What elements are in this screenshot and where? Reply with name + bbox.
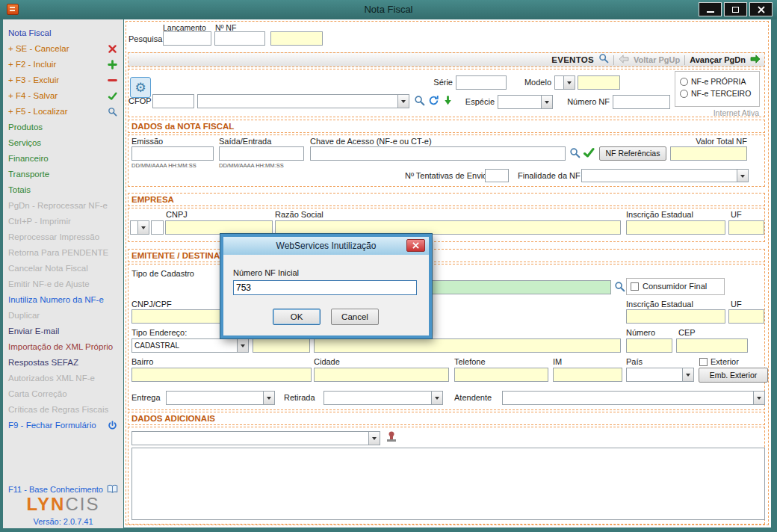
empresa-uf-label: UF — [731, 210, 742, 219]
im-input[interactable] — [553, 368, 622, 382]
sidebar-item-base-conhecimento[interactable]: F11 - Base Conhecimento — [8, 484, 103, 495]
sidebar-item-reprocessar-impressao[interactable]: Reprocessar Impressão — [8, 229, 120, 244]
chave-check-icon[interactable] — [583, 146, 595, 158]
cancel-button[interactable]: Cancel — [331, 309, 379, 325]
sidebar-item-transporte[interactable]: Transporte — [8, 167, 120, 182]
cep-input[interactable] — [676, 338, 748, 353]
sidebar-item-totais[interactable]: Totais — [8, 182, 120, 197]
tentativas-input[interactable] — [485, 169, 509, 182]
cfop-select[interactable] — [197, 94, 409, 108]
sidebar-item-respostas-sefaz[interactable]: Respostas SEFAZ — [8, 355, 120, 370]
saida-entrada-input[interactable] — [219, 146, 304, 161]
entrega-select[interactable] — [166, 391, 275, 405]
sidebar-item-cancelar-nota[interactable]: Cancelar Nota Fiscal — [8, 261, 120, 276]
numero-nf-inicial-input[interactable] — [233, 280, 417, 295]
maximize-button[interactable] — [724, 2, 747, 16]
numero-input[interactable] — [626, 338, 672, 353]
emissao-input[interactable] — [131, 146, 214, 161]
sidebar-item-f3-excluir[interactable]: + F3 - Excluir — [8, 72, 120, 87]
pesquisa-numnf-input[interactable] — [214, 31, 265, 46]
sidebar-item-carta-correcao[interactable]: Carta Correção — [8, 386, 120, 401]
green-down-arrow-icon[interactable] — [442, 95, 454, 107]
bairro-input[interactable] — [131, 368, 312, 382]
pesquisa-extra-input[interactable] — [270, 31, 323, 46]
especie-select[interactable] — [498, 95, 553, 109]
empresa-razao-input[interactable] — [275, 220, 621, 235]
sidebar-item-fechar-formulario[interactable]: F9 - Fechar Formulário — [8, 418, 120, 433]
close-button[interactable] — [749, 2, 773, 16]
sidebar-item-f2-incluir[interactable]: + F2 - Incluir — [8, 57, 120, 72]
sidebar-item-criticas-regras[interactable]: Críticas de Regras Fiscais — [8, 402, 120, 417]
empresa-ie-input[interactable] — [626, 220, 725, 235]
stamp-icon[interactable] — [386, 431, 397, 443]
sidebar-item-enviar-email[interactable]: Enviar E-mail — [8, 324, 120, 338]
modelo-value-field[interactable] — [578, 75, 620, 90]
emitente-ie-input[interactable] — [626, 309, 725, 324]
sidebar-item-nota-fiscal[interactable]: Nota Fiscal — [8, 25, 120, 40]
empresa-cnpj-input[interactable] — [165, 220, 273, 235]
sidebar-item-reprocessar-nfe[interactable]: PgDn - Reprocessar NF-e — [8, 198, 120, 213]
endereco-input[interactable] — [314, 338, 621, 353]
empresa-select[interactable] — [130, 220, 149, 235]
sidebar-item-se-cancelar[interactable]: + SE - Cancelar — [8, 41, 120, 56]
bairro-label: Bairro — [131, 357, 153, 366]
atendente-label: Atendente — [454, 393, 492, 402]
exterior-checkbox[interactable] — [699, 358, 708, 366]
consumidor-final-checkbox[interactable] — [631, 282, 639, 291]
valor-total-input[interactable] — [670, 146, 747, 161]
sidebar-item-f5-localizar[interactable]: + F5 - Localizar — [8, 104, 120, 119]
ok-button[interactable]: OK — [273, 309, 321, 325]
dialog-titlebar[interactable]: WebServices Inutilização — [223, 237, 429, 255]
chave-acesso-input[interactable] — [310, 146, 566, 161]
sidebar-item-imprimir[interactable]: Ctrl+P - Imprimir — [8, 214, 120, 229]
empresa-code-input[interactable] — [151, 220, 164, 235]
nfe-propria-radio[interactable] — [680, 78, 688, 86]
sidebar-item-emitir-ajuste[interactable]: Emitir NF-e de Ajuste — [8, 276, 120, 291]
internet-status-label: Internet Ativa — [678, 108, 759, 117]
emitente-uf-input[interactable] — [728, 309, 764, 324]
sidebar-item-autorizados-xml[interactable]: Autorizados XML NF-e — [8, 371, 120, 386]
nf-referencias-button[interactable]: NF Referências — [599, 146, 666, 161]
nfe-terceiro-radio[interactable] — [680, 90, 688, 98]
minimize-button[interactable] — [699, 2, 722, 16]
settings-button[interactable]: ⚙ — [130, 77, 151, 98]
tipo-endereco-select[interactable]: CADASTRAL — [131, 338, 249, 353]
chave-search-icon[interactable] — [569, 147, 581, 159]
titlebar[interactable]: Nota Fiscal — [0, 0, 777, 19]
dados-adicionais-textarea[interactable] — [131, 448, 765, 520]
dados-adicionais-select[interactable] — [131, 431, 380, 445]
finalidade-select[interactable] — [581, 169, 749, 182]
refresh-icon[interactable] — [428, 95, 440, 107]
retirada-select[interactable] — [324, 391, 443, 405]
empresa-uf-input[interactable] — [728, 220, 764, 235]
im-label: IM — [553, 357, 562, 366]
sidebar-item-financeiro[interactable]: Financeiro — [8, 151, 120, 166]
atendente-select[interactable] — [502, 391, 765, 405]
webservices-inutilizacao-dialog: WebServices Inutilização Número NF Inici… — [220, 234, 432, 338]
sidebar-item-duplicar[interactable]: Duplicar — [8, 308, 120, 323]
sidebar-item-inutiliza-numero[interactable]: Inutiliza Numero da NF-e — [8, 292, 120, 307]
sidebar-item-produtos[interactable]: Produtos — [8, 120, 120, 134]
eventos-search-icon[interactable] — [598, 53, 609, 66]
cfop-code-input[interactable] — [152, 94, 194, 108]
cfop-search-icon[interactable] — [414, 95, 426, 107]
cnpj-cpf-label: CNPJ/CPF — [131, 300, 172, 309]
dialog-close-button[interactable] — [406, 239, 425, 252]
pais-select[interactable] — [626, 368, 694, 382]
cidade-input[interactable] — [314, 368, 449, 382]
pesquisa-lancamento-input[interactable] — [163, 31, 211, 46]
sidebar-item-importacao-xml[interactable]: Importação de XML Próprio — [8, 339, 120, 354]
avancar-pgdn-button[interactable]: Avançar PgDn — [690, 55, 746, 64]
dialog-title: WebServices Inutilização — [276, 241, 377, 251]
endereco-codigo-input[interactable] — [253, 338, 310, 353]
telefone-input[interactable] — [454, 368, 548, 382]
numero-nf-input[interactable] — [613, 95, 670, 109]
modelo-select[interactable] — [554, 75, 575, 90]
sidebar-item-f4-salvar[interactable]: + F4 - Salvar — [8, 88, 120, 103]
emb-exterior-button[interactable]: Emb. Exterior — [699, 368, 768, 383]
sidebar-item-retorna-pendente[interactable]: Retorna Para PENDENTE — [8, 245, 120, 260]
destinatario-search-icon[interactable] — [614, 281, 626, 293]
serie-input[interactable] — [456, 75, 507, 90]
sidebar-item-servicos[interactable]: Serviços — [8, 135, 120, 150]
voltar-pgup-button[interactable]: Voltar PgUp — [634, 55, 680, 64]
